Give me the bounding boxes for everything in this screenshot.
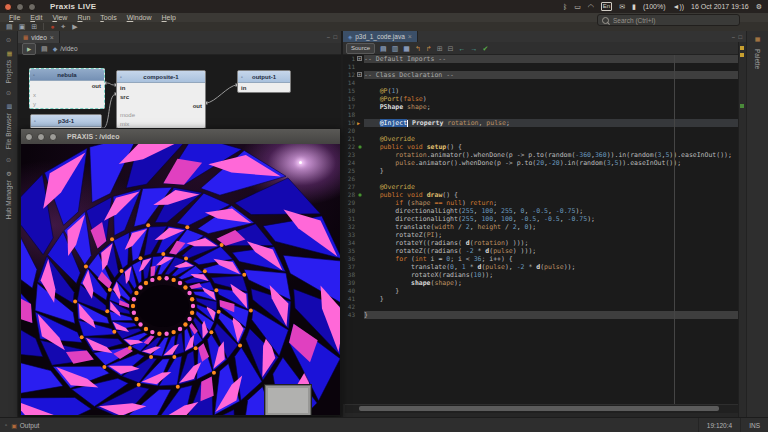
menu-window[interactable]: Window xyxy=(122,13,157,22)
code-line[interactable]: 43} xyxy=(343,311,739,319)
line-number[interactable]: 31 xyxy=(343,215,357,223)
uncomment-icon[interactable]: ⊟ xyxy=(448,42,454,55)
port-x[interactable]: x xyxy=(33,92,36,98)
last-edit-position-icon[interactable]: ▤ xyxy=(380,42,387,55)
video-output-window[interactable]: PRAXIS : /video xyxy=(20,128,341,416)
open-project-icon[interactable]: ▣ xyxy=(19,22,26,31)
mail-icon[interactable]: ✉ xyxy=(619,0,625,13)
line-number[interactable]: 23 xyxy=(343,151,357,159)
graph-play-button[interactable]: ▶ xyxy=(22,43,36,55)
code-line[interactable]: 12+-- Class Declaration -- xyxy=(343,71,739,79)
menu-run[interactable]: Run xyxy=(72,13,95,22)
line-number[interactable]: 25 xyxy=(343,167,357,175)
line-number[interactable]: 34 xyxy=(343,239,357,247)
tab-p3d-1-code[interactable]: ◈ p3d_1_code.java × xyxy=(343,31,418,42)
code-area[interactable]: 1+-- Default Imports --1112+-- Class Dec… xyxy=(343,55,739,404)
line-number[interactable]: 39 xyxy=(343,279,357,287)
code-line[interactable]: 41 } xyxy=(343,295,739,303)
code-line[interactable]: 32 translate(width / 2, height / 2, 0); xyxy=(343,223,739,231)
line-number[interactable]: 27 xyxy=(343,183,357,191)
line-number[interactable]: 28 xyxy=(343,191,357,199)
code-line[interactable]: 33 rotateZ(PI); xyxy=(343,231,739,239)
video-window-titlebar[interactable]: PRAXIS : /video xyxy=(21,129,340,145)
code-line[interactable]: 38 rotateX(radians(10)); xyxy=(343,271,739,279)
code-line[interactable]: 1+-- Default Imports -- xyxy=(343,55,739,63)
code-line[interactable]: 37 translate(0, 1 * d(pulse), -2 * d(pul… xyxy=(343,263,739,271)
code-line[interactable]: 30 directionalLight(255, 100, 255, 0, -0… xyxy=(343,207,739,215)
line-number[interactable]: 38 xyxy=(343,271,357,279)
panel-maximize-icon[interactable]: □ xyxy=(333,34,337,40)
horizontal-scrollbar[interactable] xyxy=(345,404,739,413)
fold-expand-icon[interactable]: + xyxy=(357,72,362,77)
port-out[interactable]: out xyxy=(193,103,202,109)
line-number[interactable]: 29 xyxy=(343,199,357,207)
line-number[interactable]: 11 xyxy=(343,63,357,71)
code-line[interactable]: 25 } xyxy=(343,167,739,175)
wifi-icon[interactable]: ◠ xyxy=(588,0,594,13)
video-minimize-button[interactable] xyxy=(37,133,45,141)
node-header[interactable]: ▫output-1 xyxy=(238,71,290,83)
line-number[interactable]: 17 xyxy=(343,103,357,111)
window-minimize-button[interactable] xyxy=(16,3,24,11)
editor-minimize-icon[interactable]: − xyxy=(732,34,736,40)
code-line[interactable]: 29 if (shape == null) return; xyxy=(343,199,739,207)
line-number[interactable]: 19 xyxy=(343,119,357,127)
display-icon[interactable]: ▭ xyxy=(574,0,581,13)
editor-maximize-icon[interactable]: □ xyxy=(738,34,742,40)
node-header[interactable]: ▫composite-1 xyxy=(117,71,205,83)
error-stripe[interactable] xyxy=(738,42,746,417)
keyboard-layout-indicator[interactable]: En xyxy=(601,2,612,11)
fold-expand-icon[interactable]: + xyxy=(357,56,362,61)
port-src[interactable]: src xyxy=(120,94,129,100)
port-mode[interactable]: mode xyxy=(120,112,135,118)
toggle-highlight-icon[interactable]: ▦ xyxy=(403,42,410,55)
sidebar-item-projects[interactable]: Projects▦ xyxy=(5,50,12,83)
video-maximize-button[interactable] xyxy=(49,133,57,141)
port-y[interactable]: y xyxy=(33,101,36,107)
stripe-mark[interactable] xyxy=(740,46,744,50)
code-line[interactable]: 34 rotateY((radians( d(rotation) ))); xyxy=(343,239,739,247)
volume-icon[interactable]: ◄)) xyxy=(673,0,685,13)
line-number[interactable]: 35 xyxy=(343,247,357,255)
scrollbar-thumb[interactable] xyxy=(359,406,719,411)
line-number[interactable]: 14 xyxy=(343,79,357,87)
override-marker-icon[interactable] xyxy=(358,193,362,197)
clock[interactable]: 16 Oct 2017 19:16 xyxy=(691,3,749,10)
graph-node-nebula[interactable]: ▫nebulaoutxy xyxy=(29,68,105,109)
back-icon[interactable]: ← xyxy=(458,42,465,55)
code-line[interactable]: 18 xyxy=(343,111,739,119)
code-line[interactable]: 23 rotation.animator().whenDone(p -> p.t… xyxy=(343,151,739,159)
code-line[interactable]: 42 xyxy=(343,303,739,311)
code-line[interactable]: 15 @P(1) xyxy=(343,87,739,95)
line-number[interactable]: 18 xyxy=(343,111,357,119)
graph-node-output-1[interactable]: ▫output-1in xyxy=(237,70,291,93)
sidebar-item-hub-manager[interactable]: Hub Manager⚙ xyxy=(5,170,12,219)
menu-help[interactable]: Help xyxy=(157,13,181,22)
node-header[interactable]: ▫p3d-1 xyxy=(31,115,101,127)
run-project-icon[interactable]: ▶ xyxy=(72,22,77,31)
window-list-icon[interactable]: ▫ xyxy=(5,422,7,428)
code-line[interactable]: 11 xyxy=(343,63,739,71)
window-close-button[interactable] xyxy=(4,3,12,11)
sidebar-item-file-browser[interactable]: File Browser▤ xyxy=(5,103,12,149)
find-selection-icon[interactable]: ▥ xyxy=(392,42,399,55)
line-number[interactable]: 32 xyxy=(343,223,357,231)
line-number[interactable]: 33 xyxy=(343,231,357,239)
code-line[interactable]: 27 @Override xyxy=(343,183,739,191)
code-line[interactable]: 26 xyxy=(343,175,739,183)
output-label[interactable]: Output xyxy=(20,422,40,429)
line-number[interactable]: 26 xyxy=(343,175,357,183)
code-line[interactable]: 28 public void draw() { xyxy=(343,191,739,199)
line-number[interactable]: 1 xyxy=(343,55,357,63)
battery-icon[interactable]: ▮ xyxy=(632,0,636,13)
graph-node-composite-1[interactable]: ▫composite-1insrcoutmodemix xyxy=(116,70,206,129)
code-line[interactable]: 22 public void setup() { xyxy=(343,143,739,151)
line-number[interactable]: 22 xyxy=(343,143,357,151)
code-line[interactable]: 31 directionalLight(255, 100, 100, -0.5,… xyxy=(343,215,739,223)
new-file-icon[interactable]: ⊞ xyxy=(31,22,37,31)
shift-left-icon[interactable]: ↰ xyxy=(415,42,421,55)
line-number[interactable]: 20 xyxy=(343,127,357,135)
line-number[interactable]: 36 xyxy=(343,255,357,263)
dock-pin-icon[interactable]: ⊙ xyxy=(6,156,11,163)
dock-pin-icon[interactable]: ⊙ xyxy=(6,89,11,96)
